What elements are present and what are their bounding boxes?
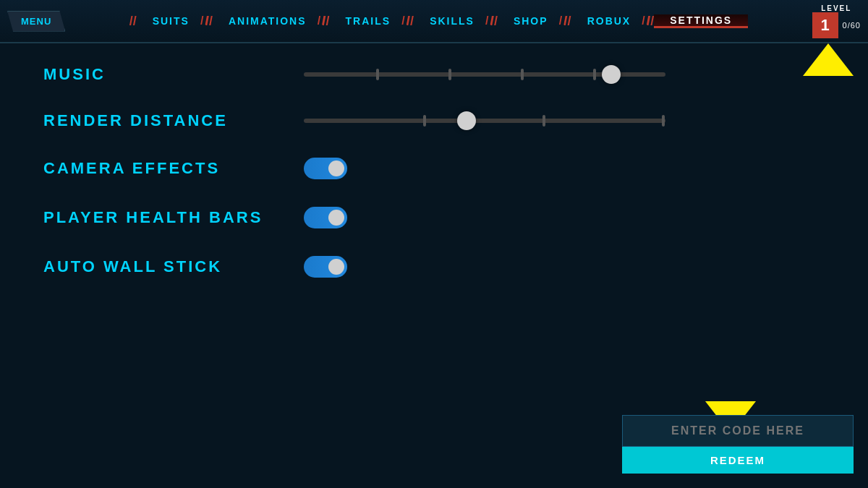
settings-panel: MUSIC RENDER DISTANCE CAMERA EFFECTS [0, 43, 868, 327]
level-xp: 0/60 [843, 21, 861, 30]
sidebar-item-trails[interactable]: TRAILS [330, 15, 407, 27]
sidebar-item-robux[interactable]: ROBUX [571, 15, 647, 27]
sidebar-item-suits[interactable]: SUITS [137, 15, 205, 27]
music-tick-1 [376, 69, 379, 80]
level-row: 1 0/60 [812, 12, 861, 38]
menu-button[interactable]: MENU [7, 11, 65, 32]
top-navigation: MENU // SUITS // ANIMATIONS // TRAILS //… [0, 0, 868, 43]
auto-wall-stick-toggle-container [304, 256, 347, 278]
camera-effects-toggle[interactable] [304, 158, 347, 179]
camera-effects-toggle-knob [328, 160, 344, 176]
level-value: 1 [812, 12, 838, 38]
code-redemption-area: REDEEM [622, 415, 854, 474]
level-label: LEVEL [821, 4, 851, 12]
sidebar-item-animations[interactable]: ANIMATIONS [213, 15, 323, 27]
auto-wall-stick-toggle[interactable] [304, 256, 347, 278]
music-label: MUSIC [43, 65, 304, 84]
code-input[interactable] [622, 415, 854, 447]
auto-wall-stick-toggle-knob [328, 259, 344, 275]
level-box: LEVEL 1 0/60 [812, 4, 861, 38]
render-tick-2 [542, 115, 545, 127]
sidebar-item-skills[interactable]: SKILLS [414, 15, 490, 27]
player-health-bars-toggle[interactable] [304, 207, 347, 228]
camera-effects-setting-row: CAMERA EFFECTS [43, 158, 825, 179]
music-slider[interactable] [304, 67, 665, 82]
sidebar-item-settings[interactable]: SETTINGS [654, 14, 748, 28]
sidebar-item-shop[interactable]: SHOP [498, 15, 564, 27]
music-tick-2 [448, 69, 451, 80]
player-health-bars-setting-row: PLAYER HEALTH BARS [43, 207, 825, 228]
render-distance-setting-row: RENDER DISTANCE [43, 111, 825, 130]
camera-effects-toggle-container [304, 158, 347, 179]
music-setting-row: MUSIC [43, 65, 825, 84]
auto-wall-stick-label: AUTO WALL STICK [43, 257, 304, 276]
render-distance-slider-track [304, 119, 665, 123]
render-tick-3 [662, 115, 665, 127]
redeem-button[interactable]: REDEEM [622, 447, 854, 474]
music-tick-4 [593, 69, 596, 80]
music-tick-3 [521, 69, 524, 80]
music-slider-thumb[interactable] [602, 65, 621, 84]
music-slider-track [304, 72, 665, 77]
render-distance-label: RENDER DISTANCE [43, 111, 304, 130]
player-health-bars-toggle-knob [328, 210, 344, 226]
render-distance-slider-thumb[interactable] [457, 111, 476, 130]
player-health-bars-toggle-container [304, 207, 347, 228]
player-health-bars-label: PLAYER HEALTH BARS [43, 208, 304, 227]
nav-sep-0: // [129, 14, 137, 27]
render-tick-1 [423, 115, 426, 127]
auto-wall-stick-setting-row: AUTO WALL STICK [43, 256, 825, 278]
render-distance-slider[interactable] [304, 114, 665, 128]
camera-effects-label: CAMERA EFFECTS [43, 159, 304, 178]
nav-items: // SUITS // ANIMATIONS // TRAILS // SKIL… [65, 14, 812, 28]
